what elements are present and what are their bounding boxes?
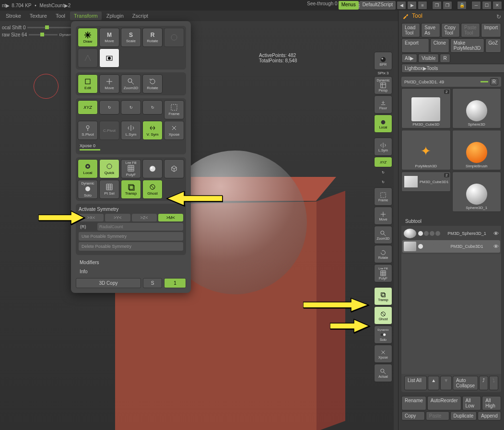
tool-item-sphere[interactable]: Sphere3D xyxy=(452,88,502,128)
default-zscript[interactable]: DefaultZScript xyxy=(360,1,396,10)
copy-button[interactable]: Copy xyxy=(401,411,425,420)
bpr-button[interactable]: BPR xyxy=(374,52,392,70)
subtool-sphere[interactable]: PM3D_Sphere3D_1 👁 xyxy=(402,227,500,240)
ptsel-button[interactable]: Pt Sel xyxy=(99,180,119,199)
menus-toggle[interactable]: Menus xyxy=(339,1,359,10)
shelf-xyz-button[interactable]: XYZ xyxy=(374,157,392,167)
snapshot-button[interactable] xyxy=(99,48,119,68)
subtool-header[interactable]: Subtool xyxy=(401,217,501,226)
floor-button[interactable]: Floor xyxy=(374,95,392,114)
sym-m[interactable]: >M< xyxy=(158,214,183,221)
one-button[interactable]: 1 xyxy=(164,278,186,288)
zoom3d-button[interactable]: Zoom3D xyxy=(121,74,141,93)
vsym-button[interactable]: V. Sym xyxy=(142,121,163,140)
edit-button[interactable]: Edit xyxy=(78,74,98,93)
visible-button[interactable]: Visible xyxy=(418,54,439,63)
close-button[interactable]: ✕ xyxy=(492,1,502,10)
tool-item-sphere1[interactable]: Sphere3D_1 xyxy=(452,172,502,212)
move-down-button[interactable]: ▼ xyxy=(440,376,452,390)
move3d-button[interactable]: Move xyxy=(99,74,119,93)
spivot-button[interactable]: S.Pivot xyxy=(78,121,98,140)
sym-r[interactable]: (R) xyxy=(79,223,96,231)
all-low-button[interactable]: All Low xyxy=(462,396,481,410)
all-high-button[interactable]: All High xyxy=(482,396,501,410)
eye-icon[interactable]: 👁 xyxy=(493,244,499,249)
sym-x[interactable]: >X< xyxy=(79,214,104,221)
subtool-cube[interactable]: PM3D_Cube3D1 👁 xyxy=(402,240,500,253)
paste-button[interactable]: Paste xyxy=(426,411,449,420)
sym-y[interactable]: >Y< xyxy=(105,214,130,221)
polyf-button[interactable]: Lne FillPolyF xyxy=(121,159,141,178)
move-up-button[interactable]: ▲ xyxy=(428,376,439,390)
paste-tool-button[interactable]: Paste Tool xyxy=(461,23,480,37)
sym-z[interactable]: >Z< xyxy=(132,214,157,221)
spix-label[interactable]: SPix 3 xyxy=(377,71,388,75)
shelf-zoom3d-button[interactable]: Zoom3D xyxy=(374,226,392,244)
make-polymesh-button[interactable]: Make PolyMesh3D xyxy=(450,38,484,53)
menu-transform[interactable]: Transform xyxy=(70,12,102,20)
window-button-1[interactable]: ❐ xyxy=(432,1,442,10)
menu-tool[interactable]: Tool xyxy=(52,12,69,20)
sphere-mode-button[interactable] xyxy=(164,28,184,47)
menu-stroke[interactable]: Stroke xyxy=(2,12,25,20)
transp-button[interactable]: Transp xyxy=(121,180,141,199)
xyz-button[interactable]: XYZ xyxy=(78,100,98,115)
maximize-button[interactable]: ☐ xyxy=(482,1,492,10)
minimize-button[interactable]: ─ xyxy=(471,1,481,10)
draw-button[interactable]: Draw xyxy=(78,28,98,47)
menu-zscript[interactable]: Zscript xyxy=(129,12,152,20)
copy-tool-button[interactable]: Copy Tool xyxy=(441,23,460,37)
cpivot-button[interactable]: C.Pivot xyxy=(99,121,119,140)
posable-sym[interactable]: Use Posable Symmetry xyxy=(79,232,183,241)
shelf-actual-button[interactable]: Actual xyxy=(374,364,392,382)
solo-button[interactable]: DynamicSolo xyxy=(78,180,98,199)
shelf-xpose-button[interactable]: Xpose xyxy=(374,345,392,363)
menu-zplugin[interactable]: Zplugin xyxy=(103,12,128,20)
export-button[interactable]: Export xyxy=(401,38,429,53)
rotate3d-button[interactable]: Rotate xyxy=(142,74,163,93)
rename-button[interactable]: Rename xyxy=(401,396,426,410)
reload-icon[interactable]: ↻ xyxy=(496,13,501,20)
tool-item-cube2[interactable]: 2PM3D_Cube3D1 xyxy=(401,172,451,192)
shelf-ghost-button[interactable]: Ghost xyxy=(374,306,392,325)
window-button-2[interactable]: ❐ xyxy=(443,1,452,10)
ghost-button[interactable]: Ghost xyxy=(142,180,163,199)
lsym-button[interactable]: L.Sym xyxy=(121,121,141,140)
frame-button[interactable]: Frame xyxy=(164,100,184,119)
shelf-lsym-button[interactable]: L.Sym xyxy=(374,138,392,156)
list-all-button[interactable]: List All xyxy=(404,376,427,390)
s-button[interactable]: S xyxy=(143,278,162,288)
tool-item-simplebrush[interactable]: SimpleBrush xyxy=(452,130,502,170)
clone-button[interactable]: Clone xyxy=(430,38,449,53)
tool-item-polymesh[interactable]: ✦PolyMesh3D xyxy=(401,130,451,170)
collapse-up-button[interactable]: ⤴ xyxy=(479,376,488,390)
axis-z-button[interactable]: ↻ xyxy=(121,100,141,115)
delete-posable-sym[interactable]: Delete Posable Symmetry xyxy=(79,242,183,251)
import-button[interactable]: Import xyxy=(481,23,501,37)
scale-button[interactable]: SScale xyxy=(121,28,141,47)
info-section[interactable]: Info xyxy=(76,267,186,276)
move-button[interactable]: MMove xyxy=(99,28,119,47)
lightbox-button[interactable]: Lightbox▶Tools xyxy=(401,64,504,73)
shelf-move-button[interactable]: Move xyxy=(374,207,392,225)
rotate-button[interactable]: RRotate xyxy=(142,28,163,47)
goz-button[interactable]: GoZ xyxy=(485,38,501,53)
mat-button[interactable] xyxy=(142,159,163,178)
eye-icon[interactable]: 👁 xyxy=(493,231,499,236)
cube-button[interactable] xyxy=(164,159,184,178)
r-button[interactable]: R xyxy=(440,54,450,63)
load-tool-button[interactable]: Load Tool xyxy=(401,23,420,37)
tool-header[interactable]: Tool ↻ xyxy=(399,11,504,21)
prev-button[interactable]: ◀ xyxy=(397,1,406,10)
modifiers-section[interactable]: Modifiers xyxy=(76,258,186,267)
shelf-axis-z[interactable]: ↻ xyxy=(375,178,392,186)
shelf-solo-button[interactable]: DynamicSolo xyxy=(374,325,392,344)
gizmo-button[interactable] xyxy=(78,48,98,68)
all-button[interactable]: All▶ xyxy=(401,54,417,63)
current-tool[interactable]: PM3D_Cube3D1. 49 R xyxy=(401,77,501,87)
3dcopy-button[interactable]: 3D Copy xyxy=(76,278,141,288)
shelf-frame-button[interactable]: Frame xyxy=(374,187,392,206)
tool-item-cube[interactable]: 2PM3D_Cube3D xyxy=(401,88,451,128)
auto-collapse-button[interactable]: Auto Collapse xyxy=(453,376,478,390)
shelf-axis-y[interactable]: ↻ xyxy=(375,168,392,177)
